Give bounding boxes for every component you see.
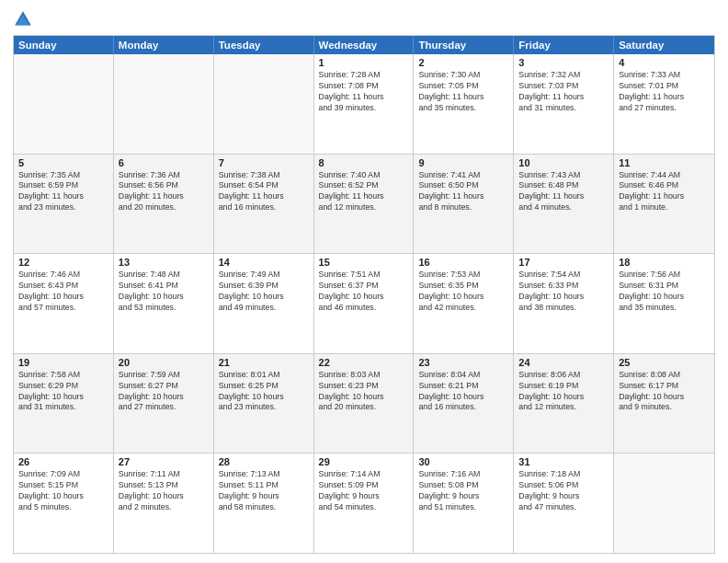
weekday-header-thursday: Thursday	[414, 36, 514, 54]
cell-info: Sunrise: 8:04 AMSunset: 6:21 PMDaylight:…	[418, 370, 508, 414]
cell-info: Sunrise: 7:13 AMSunset: 5:11 PMDaylight:…	[219, 469, 309, 513]
cell-info: Sunrise: 7:32 AMSunset: 7:03 PMDaylight:…	[518, 70, 609, 114]
cell-info: Sunrise: 7:56 AMSunset: 6:31 PMDaylight:…	[619, 270, 710, 314]
day-cell-13: 13Sunrise: 7:48 AMSunset: 6:41 PMDayligh…	[114, 254, 214, 353]
day-cell-30: 30Sunrise: 7:16 AMSunset: 5:08 PMDayligh…	[414, 454, 514, 553]
cell-info: Sunrise: 7:35 AMSunset: 6:59 PMDaylight:…	[18, 170, 108, 214]
day-number: 20	[119, 357, 209, 368]
day-cell-1: 1Sunrise: 7:28 AMSunset: 7:08 PMDaylight…	[314, 54, 415, 154]
day-number: 14	[219, 257, 309, 268]
cell-info: Sunrise: 7:59 AMSunset: 6:27 PMDaylight:…	[119, 370, 209, 414]
day-number: 7	[219, 157, 309, 168]
empty-cell	[14, 54, 114, 154]
day-cell-19: 19Sunrise: 7:58 AMSunset: 6:29 PMDayligh…	[14, 354, 114, 454]
cell-info: Sunrise: 7:48 AMSunset: 6:41 PMDaylight:…	[119, 270, 209, 314]
calendar-header: SundayMondayTuesdayWednesdayThursdayFrid…	[14, 36, 714, 54]
day-cell-21: 21Sunrise: 8:01 AMSunset: 6:25 PMDayligh…	[214, 354, 314, 454]
day-cell-16: 16Sunrise: 7:53 AMSunset: 6:35 PMDayligh…	[414, 254, 514, 353]
day-number: 10	[518, 157, 609, 168]
cell-info: Sunrise: 7:16 AMSunset: 5:08 PMDaylight:…	[418, 469, 508, 513]
day-cell-12: 12Sunrise: 7:46 AMSunset: 6:43 PMDayligh…	[14, 254, 114, 353]
day-cell-2: 2Sunrise: 7:30 AMSunset: 7:05 PMDaylight…	[414, 54, 514, 154]
day-cell-5: 5Sunrise: 7:35 AMSunset: 6:59 PMDaylight…	[14, 155, 114, 254]
day-cell-28: 28Sunrise: 7:13 AMSunset: 5:11 PMDayligh…	[214, 454, 314, 553]
day-cell-7: 7Sunrise: 7:38 AMSunset: 6:54 PMDaylight…	[214, 155, 314, 254]
cell-info: Sunrise: 8:01 AMSunset: 6:25 PMDaylight:…	[219, 370, 309, 414]
day-cell-18: 18Sunrise: 7:56 AMSunset: 6:31 PMDayligh…	[614, 254, 714, 353]
cell-info: Sunrise: 7:14 AMSunset: 5:09 PMDaylight:…	[319, 469, 409, 513]
day-number: 4	[619, 57, 710, 68]
empty-cell	[214, 54, 314, 154]
day-cell-15: 15Sunrise: 7:51 AMSunset: 6:37 PMDayligh…	[314, 254, 415, 353]
day-number: 21	[219, 357, 309, 368]
calendar-row-3: 19Sunrise: 7:58 AMSunset: 6:29 PMDayligh…	[14, 353, 714, 454]
day-cell-26: 26Sunrise: 7:09 AMSunset: 5:15 PMDayligh…	[14, 454, 114, 553]
day-cell-25: 25Sunrise: 8:08 AMSunset: 6:17 PMDayligh…	[614, 354, 714, 454]
logo	[13, 9, 37, 29]
cell-info: Sunrise: 7:54 AMSunset: 6:33 PMDaylight:…	[518, 270, 609, 314]
header	[13, 9, 715, 29]
day-cell-6: 6Sunrise: 7:36 AMSunset: 6:56 PMDaylight…	[114, 155, 214, 254]
day-number: 5	[18, 157, 108, 168]
cell-info: Sunrise: 7:18 AMSunset: 5:06 PMDaylight:…	[518, 469, 609, 513]
day-number: 12	[18, 257, 108, 268]
day-number: 27	[119, 456, 209, 467]
day-cell-4: 4Sunrise: 7:33 AMSunset: 7:01 PMDaylight…	[614, 54, 714, 154]
cell-info: Sunrise: 7:49 AMSunset: 6:39 PMDaylight:…	[219, 270, 309, 314]
day-number: 25	[619, 357, 710, 368]
day-number: 31	[518, 456, 609, 467]
weekday-header-tuesday: Tuesday	[214, 36, 314, 54]
cell-info: Sunrise: 8:06 AMSunset: 6:19 PMDaylight:…	[518, 370, 609, 414]
day-cell-10: 10Sunrise: 7:43 AMSunset: 6:48 PMDayligh…	[514, 155, 614, 254]
cell-info: Sunrise: 7:53 AMSunset: 6:35 PMDaylight:…	[418, 270, 508, 314]
logo-icon	[13, 9, 33, 29]
cell-info: Sunrise: 8:03 AMSunset: 6:23 PMDaylight:…	[319, 370, 409, 414]
day-cell-31: 31Sunrise: 7:18 AMSunset: 5:06 PMDayligh…	[514, 454, 614, 553]
calendar-row-2: 12Sunrise: 7:46 AMSunset: 6:43 PMDayligh…	[14, 253, 714, 353]
day-cell-23: 23Sunrise: 8:04 AMSunset: 6:21 PMDayligh…	[414, 354, 514, 454]
day-cell-22: 22Sunrise: 8:03 AMSunset: 6:23 PMDayligh…	[314, 354, 415, 454]
cell-info: Sunrise: 7:11 AMSunset: 5:13 PMDaylight:…	[119, 469, 209, 513]
day-number: 9	[418, 157, 508, 168]
cell-info: Sunrise: 7:40 AMSunset: 6:52 PMDaylight:…	[319, 170, 409, 214]
cell-info: Sunrise: 8:08 AMSunset: 6:17 PMDaylight:…	[619, 370, 710, 414]
cell-info: Sunrise: 7:36 AMSunset: 6:56 PMDaylight:…	[119, 170, 209, 214]
day-number: 11	[619, 157, 710, 168]
day-number: 16	[418, 257, 508, 268]
day-number: 19	[18, 357, 108, 368]
day-cell-29: 29Sunrise: 7:14 AMSunset: 5:09 PMDayligh…	[314, 454, 415, 553]
day-number: 30	[418, 456, 508, 467]
day-number: 17	[518, 257, 609, 268]
day-cell-3: 3Sunrise: 7:32 AMSunset: 7:03 PMDaylight…	[514, 54, 614, 154]
cell-info: Sunrise: 7:43 AMSunset: 6:48 PMDaylight:…	[518, 170, 609, 214]
cell-info: Sunrise: 7:30 AMSunset: 7:05 PMDaylight:…	[418, 70, 508, 114]
day-cell-24: 24Sunrise: 8:06 AMSunset: 6:19 PMDayligh…	[514, 354, 614, 454]
weekday-header-friday: Friday	[514, 36, 614, 54]
day-number: 3	[518, 57, 609, 68]
calendar-row-1: 5Sunrise: 7:35 AMSunset: 6:59 PMDaylight…	[14, 154, 714, 254]
day-number: 8	[319, 157, 409, 168]
calendar: SundayMondayTuesdayWednesdayThursdayFrid…	[13, 35, 715, 554]
day-number: 22	[319, 357, 409, 368]
cell-info: Sunrise: 7:28 AMSunset: 7:08 PMDaylight:…	[319, 70, 409, 114]
cell-info: Sunrise: 7:46 AMSunset: 6:43 PMDaylight:…	[18, 270, 108, 314]
day-number: 15	[319, 257, 409, 268]
day-number: 18	[619, 257, 710, 268]
calendar-body: 1Sunrise: 7:28 AMSunset: 7:08 PMDaylight…	[14, 54, 714, 553]
cell-info: Sunrise: 7:38 AMSunset: 6:54 PMDaylight:…	[219, 170, 309, 214]
day-number: 1	[319, 57, 409, 68]
cell-info: Sunrise: 7:09 AMSunset: 5:15 PMDaylight:…	[18, 469, 108, 513]
weekday-header-monday: Monday	[114, 36, 214, 54]
day-number: 28	[219, 456, 309, 467]
weekday-header-sunday: Sunday	[14, 36, 114, 54]
day-cell-11: 11Sunrise: 7:44 AMSunset: 6:46 PMDayligh…	[614, 155, 714, 254]
day-cell-20: 20Sunrise: 7:59 AMSunset: 6:27 PMDayligh…	[114, 354, 214, 454]
calendar-row-0: 1Sunrise: 7:28 AMSunset: 7:08 PMDaylight…	[14, 54, 714, 154]
day-number: 29	[319, 456, 409, 467]
empty-cell	[614, 454, 714, 553]
cell-info: Sunrise: 7:44 AMSunset: 6:46 PMDaylight:…	[619, 170, 710, 214]
day-cell-17: 17Sunrise: 7:54 AMSunset: 6:33 PMDayligh…	[514, 254, 614, 353]
day-cell-14: 14Sunrise: 7:49 AMSunset: 6:39 PMDayligh…	[214, 254, 314, 353]
cell-info: Sunrise: 7:41 AMSunset: 6:50 PMDaylight:…	[418, 170, 508, 214]
day-number: 23	[418, 357, 508, 368]
